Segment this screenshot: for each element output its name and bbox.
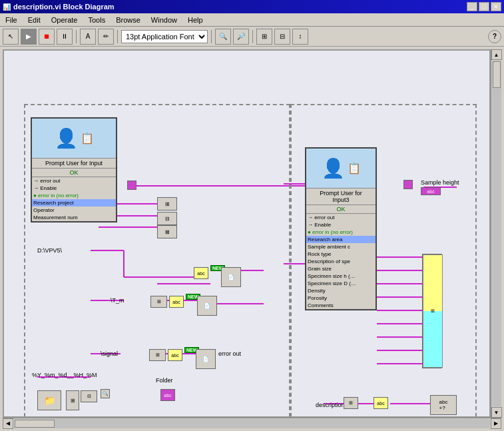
right-port-comments: Comments [306, 302, 376, 309]
zoom-in-button[interactable]: 🔍 [215, 29, 231, 45]
new-block-2: 📄 [197, 296, 217, 316]
menu-edit[interactable]: Edit [25, 15, 43, 25]
menu-window[interactable]: Window [148, 15, 180, 25]
pause-button[interactable]: ⏸ [57, 29, 73, 45]
menu-tools[interactable]: Tools [85, 15, 108, 25]
merge-block-1: ⊞ [66, 390, 79, 410]
error-out-label: error out [218, 350, 241, 357]
left-port-research: Research project [32, 199, 116, 207]
arrow-tool-button[interactable]: ↖ [3, 29, 19, 45]
right-port-sample: Sample ambient c [306, 243, 376, 250]
right-port-errorin: ● error in (no error) [306, 228, 376, 236]
separator-2 [117, 30, 118, 43]
abc-block-1: abc [194, 267, 208, 279]
right-user-icon: 👤 [322, 157, 345, 179]
close-button[interactable]: ✕ [491, 2, 501, 11]
reorder-button[interactable]: ↕ [292, 29, 308, 45]
horizontal-scrollbar[interactable]: ◀ ▶ [3, 418, 501, 428]
left-port-operator: Operator [32, 207, 116, 214]
align-button[interactable]: ⊞ [256, 29, 272, 45]
scroll-up-button[interactable]: ▲ [491, 49, 502, 60]
left-block-icon-area: 👤 📋 [32, 119, 116, 159]
left-small-block-3: ⊠ [157, 225, 177, 238]
maximize-button[interactable]: □ [479, 2, 489, 11]
folder-label: Folder [156, 377, 173, 384]
right-port-enable: → Enable [306, 221, 376, 228]
left-port-measurement: Measurement num [32, 214, 116, 221]
left-small-block-2: ⊟ [157, 212, 177, 225]
menu-browse[interactable]: Browse [113, 15, 143, 25]
abc-block-folder: abc [160, 389, 175, 401]
text-tool-button[interactable]: A [80, 29, 96, 45]
menu-help[interactable]: Help [185, 15, 206, 25]
left-block-title: Prompt User for Input [32, 159, 116, 169]
separator-3 [211, 30, 212, 43]
right-port-specH: Specimen size h (… [306, 272, 376, 280]
window: 📊 description.vi Block Diagram _ □ ✕ Fil… [0, 0, 504, 431]
menu-operate[interactable]: Operate [49, 15, 81, 25]
window-controls: _ □ ✕ [467, 2, 501, 11]
scroll-thumb-v[interactable] [493, 61, 501, 88]
right-output-stack: ⊞ [422, 254, 442, 368]
pen-tool-button[interactable]: ✏ [98, 29, 114, 45]
distribute-button[interactable]: ⊟ [274, 29, 290, 45]
zoom-out-button[interactable]: 🔎 [233, 29, 249, 45]
run-button[interactable]: ▶ [21, 29, 37, 45]
right-port-density: Density [306, 287, 376, 294]
main-content: 👤 📋 Prompt User for Input OK → error out… [0, 47, 504, 431]
bottom-block-2: abc+? [430, 395, 457, 415]
date-label: %Y_%m_%d__%H_%M [32, 372, 97, 378]
sample-height-abc: abc [421, 187, 441, 195]
abc-block-3: abc [168, 349, 182, 361]
new-block-1: 📄 [221, 267, 241, 287]
left-small-block-1: ⊞ [157, 197, 177, 211]
signal-small-block: ⊞ [149, 349, 166, 361]
right-block-ok: OK [306, 205, 376, 214]
form-icon: 📋 [81, 132, 94, 145]
right-form-icon: 📋 [348, 162, 361, 175]
left-prompt-block: 👤 📋 Prompt User for Input OK → error out… [31, 117, 117, 222]
canvas-wrapper: 👤 📋 Prompt User for Input OK → error out… [0, 47, 504, 431]
new-block-3: 📄 [196, 349, 216, 369]
minimize-button[interactable]: _ [467, 2, 477, 11]
canvas-and-vscroll: 👤 📋 Prompt User for Input OK → error out… [3, 49, 501, 418]
right-port-grain: Grain size [306, 265, 376, 272]
right-port-errorout: → error out [306, 214, 376, 221]
output-terminal-block: ⊞ [423, 254, 443, 368]
right-block-title: Prompt User forInput3 [306, 189, 376, 205]
menu-file[interactable]: File [3, 15, 20, 25]
scroll-left-button[interactable]: ◀ [3, 418, 13, 429]
sample-height-label: Sample height [421, 179, 459, 186]
font-selector[interactable]: 13pt Application Font [121, 30, 208, 43]
scroll-track-h[interactable] [14, 419, 490, 428]
scroll-track-v[interactable] [492, 61, 501, 406]
right-port-rock: Rock type [306, 250, 376, 258]
left-port-errorout: → error out [32, 177, 116, 185]
right-prompt-block: 👤 📋 Prompt User forInput3 OK → error out… [305, 147, 377, 310]
signal-label: \signal [101, 350, 118, 357]
left-port-errorin: ● error in (no error) [32, 192, 116, 199]
abc-block-2: abc [169, 296, 184, 308]
scroll-right-button[interactable]: ▶ [491, 418, 501, 429]
window-title: description.vi Block Diagram [13, 3, 115, 11]
left-port-enable: → Enable [32, 185, 116, 192]
separator-1 [76, 30, 77, 43]
toolbar: ↖ ▶ ⏹ ⏸ A ✏ 13pt Application Font 🔍 🔎 ⊞ … [0, 27, 504, 47]
path-label: D:\VPV5\ [37, 247, 62, 254]
scroll-down-button[interactable]: ▼ [491, 407, 502, 418]
separator-4 [252, 30, 253, 43]
wave-block: 🔍 [101, 389, 110, 398]
folder-icon: 📁 [37, 390, 61, 410]
vertical-scrollbar[interactable]: ▲ ▼ [491, 49, 501, 418]
connector-block-left [127, 181, 136, 190]
bottom-abc-block: abc [374, 397, 388, 409]
diagram-canvas[interactable]: 👤 📋 Prompt User for Input OK → error out… [3, 49, 491, 418]
help-button[interactable]: ? [488, 30, 501, 43]
user-icon: 👤 [55, 127, 78, 149]
right-port-research: Research area [306, 236, 376, 243]
tm-label: \T_m [111, 297, 125, 304]
right-port-porosity: Porosity [306, 294, 376, 302]
stop-button[interactable]: ⏹ [39, 29, 55, 45]
menu-bar: File Edit Operate Tools Browse Window He… [0, 13, 504, 27]
scroll-thumb-h[interactable] [15, 420, 55, 428]
